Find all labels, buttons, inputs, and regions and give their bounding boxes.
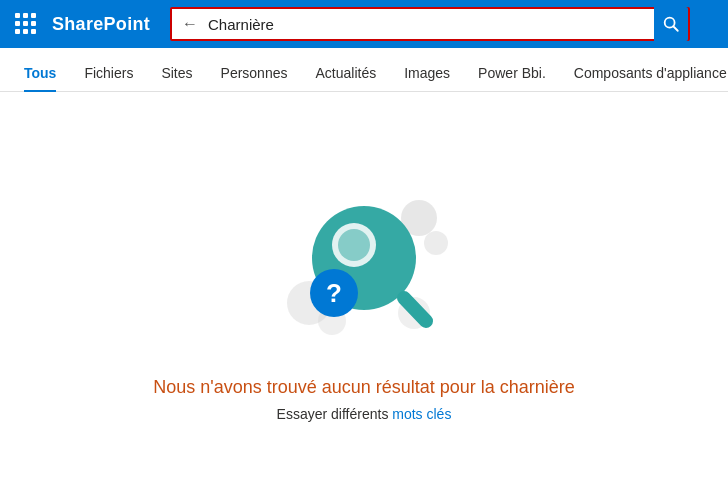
grid-dots-icon — [15, 13, 37, 35]
search-input[interactable] — [208, 16, 648, 33]
no-results-link[interactable]: mots clés — [392, 406, 451, 422]
tab-images[interactable]: Images — [390, 55, 464, 91]
tab-powerbi[interactable]: Power Bbi. — [464, 55, 560, 91]
main-content: ? Nous n'avons trouvé aucun résultat pou… — [0, 92, 728, 502]
no-results-sub-text: Essayer différents — [277, 406, 389, 422]
svg-line-1 — [673, 26, 678, 31]
svg-point-3 — [424, 231, 448, 255]
no-results-svg: ? — [264, 173, 464, 353]
app-header: SharePoint ← — [0, 0, 728, 48]
tab-sites[interactable]: Sites — [147, 55, 206, 91]
app-grid-icon[interactable] — [12, 10, 40, 38]
tabs-bar: Tous Fichiers Sites Personnes Actualités… — [0, 48, 728, 92]
tab-tous[interactable]: Tous — [10, 55, 70, 91]
back-arrow-icon[interactable]: ← — [178, 13, 202, 35]
svg-text:?: ? — [326, 278, 342, 308]
tab-actualites[interactable]: Actualités — [301, 55, 390, 91]
svg-point-9 — [338, 229, 370, 261]
tab-personnes[interactable]: Personnes — [207, 55, 302, 91]
app-title: SharePoint — [52, 14, 150, 35]
no-results-subtitle: Essayer différents mots clés — [277, 406, 452, 422]
search-bar: ← — [170, 7, 690, 41]
tab-composants[interactable]: Composants d'appliance — [560, 55, 728, 91]
no-results-illustration: ? — [264, 173, 464, 353]
search-button[interactable] — [654, 7, 688, 41]
search-icon — [662, 15, 680, 33]
tab-fichiers[interactable]: Fichiers — [70, 55, 147, 91]
no-results-title: Nous n'avons trouvé aucun résultat pour … — [153, 377, 575, 398]
